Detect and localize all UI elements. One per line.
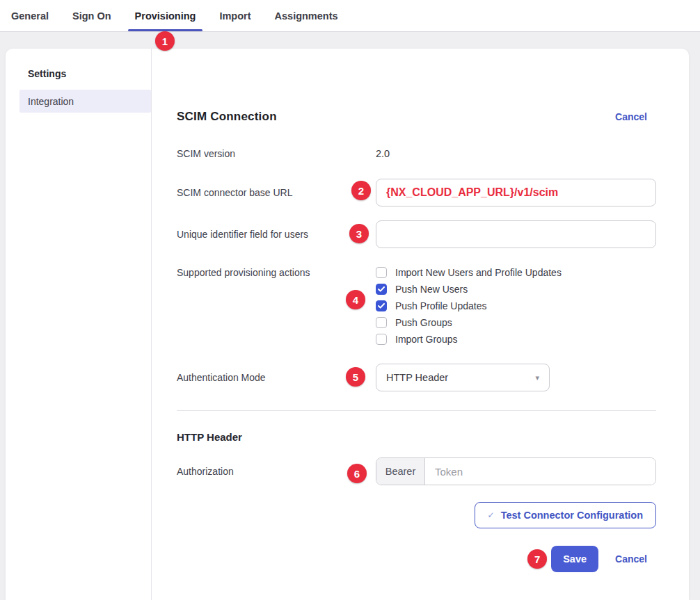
checkbox-row-push-profile-updates[interactable]: Push Profile Updates: [376, 298, 656, 314]
check-icon: [378, 303, 385, 309]
checkbox-label: Push Groups: [395, 317, 452, 328]
tab-label: Sign On: [72, 10, 111, 22]
settings-sidebar: Settings Integration: [6, 49, 152, 600]
provisioning-card: Settings Integration SCIM Connection Can…: [6, 49, 689, 600]
checkbox-label: Import New Users and Profile Updates: [395, 267, 562, 278]
page-title: SCIM Connection: [177, 110, 277, 124]
step-badge-6: 6: [347, 464, 367, 483]
check-icon: ✓: [488, 510, 495, 520]
cancel-button[interactable]: Cancel: [615, 553, 647, 565]
section-divider: [177, 410, 656, 411]
test-connector-row: ✓ Test Connector Configuration: [177, 502, 656, 528]
sidebar-item-integration[interactable]: Integration: [19, 90, 151, 113]
auth-mode-row: Authentication Mode 5 HTTP Header ▾: [177, 364, 656, 391]
step-badge-7: 7: [527, 549, 547, 569]
authorization-input-group: Bearer: [376, 457, 656, 485]
tab-sign-on[interactable]: Sign On: [65, 0, 118, 31]
base-url-input[interactable]: [376, 179, 656, 206]
checkbox[interactable]: [376, 300, 387, 311]
sidebar-heading: Settings: [6, 68, 151, 79]
bearer-prefix: Bearer: [376, 458, 425, 485]
checkbox-label: Push Profile Updates: [395, 300, 487, 311]
http-header-section-title: HTTP Header: [177, 431, 656, 443]
save-button[interactable]: Save: [551, 546, 598, 572]
tab-assignments[interactable]: Assignments: [268, 0, 345, 31]
checkbox[interactable]: [376, 334, 387, 345]
app-tab-bar: General Sign On Provisioning Import Assi…: [0, 0, 700, 32]
base-url-row: SCIM connector base URL 2: [177, 179, 656, 206]
checkbox[interactable]: [376, 317, 387, 328]
checkbox[interactable]: [376, 284, 387, 295]
unique-id-label: Unique identifier field for users: [177, 229, 376, 240]
unique-id-input[interactable]: [376, 220, 656, 248]
provisioning-actions-row: Supported provisioning actions 4 Import …: [177, 264, 656, 348]
test-connector-label: Test Connector Configuration: [501, 510, 643, 521]
step-badge-4: 4: [346, 290, 365, 309]
authorization-row: Authorization 6 Bearer: [177, 457, 656, 485]
cancel-link-top[interactable]: Cancel: [615, 111, 647, 122]
scim-version-row: SCIM version 2.0: [177, 145, 656, 162]
auth-mode-selected-value: HTTP Header: [386, 372, 448, 383]
base-url-label: SCIM connector base URL: [177, 187, 376, 198]
tab-provisioning[interactable]: Provisioning: [128, 0, 203, 31]
tab-label: Import: [219, 10, 250, 22]
scim-version-label: SCIM version: [177, 148, 376, 159]
checkbox[interactable]: [376, 267, 387, 278]
checkbox-label: Push New Users: [395, 284, 468, 295]
scim-version-value: 2.0: [376, 148, 656, 159]
test-connector-button[interactable]: ✓ Test Connector Configuration: [475, 502, 656, 528]
authorization-label: Authorization: [177, 466, 376, 477]
tab-label: Provisioning: [135, 10, 196, 22]
scim-connection-panel: SCIM Connection Cancel SCIM version 2.0 …: [152, 49, 689, 600]
unique-id-row: Unique identifier field for users 3: [177, 220, 656, 248]
tab-label: General: [11, 10, 49, 22]
step-badge-2: 2: [351, 181, 371, 200]
checkbox-row-push-new-users[interactable]: Push New Users: [376, 281, 656, 298]
checkbox-row-import-groups[interactable]: Import Groups: [376, 331, 656, 348]
form-actions-row: 7 Save Cancel: [177, 546, 647, 572]
tab-label: Assignments: [275, 10, 338, 22]
check-icon: [378, 286, 385, 292]
step-badge-5: 5: [346, 367, 365, 387]
tab-general[interactable]: General: [4, 0, 56, 31]
sidebar-item-label: Integration: [28, 96, 74, 107]
step-badge-1: 1: [155, 31, 175, 51]
provisioning-actions-label: Supported provisioning actions: [177, 264, 376, 348]
panel-header: SCIM Connection Cancel: [177, 110, 656, 124]
checkbox-row-import-new-users[interactable]: Import New Users and Profile Updates: [376, 264, 656, 281]
auth-mode-select[interactable]: HTTP Header ▾: [376, 364, 550, 391]
chevron-down-icon: ▾: [535, 373, 539, 382]
token-input[interactable]: [425, 458, 655, 485]
checkbox-label: Import Groups: [395, 334, 457, 345]
step-badge-3: 3: [349, 224, 369, 243]
checkbox-row-push-groups[interactable]: Push Groups: [376, 314, 656, 331]
tab-import[interactable]: Import: [212, 0, 257, 31]
